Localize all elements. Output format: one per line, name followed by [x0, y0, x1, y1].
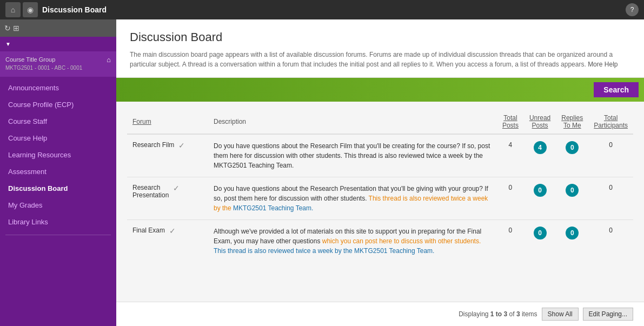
- forum-icon-3: ✓: [169, 227, 176, 235]
- content-header: Discussion Board The main discussion boa…: [116, 19, 644, 78]
- search-button[interactable]: Search: [594, 82, 639, 97]
- sidebar-item-discussion-board[interactable]: Discussion Board: [0, 180, 116, 197]
- forum-table-body: Research Film ✓ Do you have questions ab…: [127, 134, 633, 262]
- forum-icon-2: ✓: [173, 184, 180, 192]
- forum-desc-text-3c: This thread is also reviewed twice a wee…: [214, 247, 434, 255]
- forum-desc-text-2c: MKTG2501 Teaching Team.: [233, 204, 313, 212]
- forum-link-research-film[interactable]: Research Film: [132, 141, 174, 149]
- replies-badge-2: 0: [566, 184, 579, 197]
- forum-desc-1: Do you have questions about the Research…: [208, 134, 497, 177]
- col-unread-posts: UnreadPosts: [524, 110, 556, 134]
- top-bar-title: Discussion Board: [42, 5, 621, 14]
- pagination-bar: Displaying 1 to 3 of 3 items Show All Ed…: [116, 302, 644, 326]
- help-icon[interactable]: ?: [626, 3, 639, 16]
- sidebar-top: ↻ ⊞: [0, 19, 116, 37]
- total-participants-sort-link[interactable]: TotalParticipants: [594, 114, 628, 129]
- edit-paging-button[interactable]: Edit Paging...: [583, 308, 633, 321]
- show-all-button[interactable]: Show All: [542, 308, 579, 321]
- unread-posts-sort-link[interactable]: UnreadPosts: [529, 114, 550, 129]
- replies-badge-1: 0: [566, 141, 579, 154]
- table-header-row: Forum Description TotalPosts UnreadPosts…: [127, 110, 633, 134]
- forum-desc-3: Although we've provided a lot of materia…: [208, 220, 497, 263]
- sidebar-course-info: ⌂ Course Title Group MKTG2501 - 0001 - A…: [0, 51, 116, 77]
- course-name: Course Title Group MKTG2501 - 0001 - ABC…: [5, 56, 111, 72]
- sidebar-item-course-profile[interactable]: Course Profile (ECP): [0, 96, 116, 113]
- sidebar-home-icon[interactable]: ⌂: [107, 56, 111, 64]
- replies-to-me-3: 0: [556, 220, 588, 263]
- col-total-posts: TotalPosts: [497, 110, 524, 134]
- total-posts-1: 4: [497, 134, 524, 177]
- refresh-icon[interactable]: ↻: [4, 24, 11, 32]
- sidebar-collapse-toggle[interactable]: ▼: [0, 37, 116, 51]
- sidebar-item-announcements[interactable]: Announcements: [0, 79, 116, 96]
- forum-link-final-exam[interactable]: Final Exam: [132, 227, 165, 234]
- replies-to-me-sort-link[interactable]: RepliesTo Me: [561, 114, 583, 129]
- search-banner: Search: [116, 78, 644, 102]
- sidebar-item-learning-resources[interactable]: Learning Resources: [0, 147, 116, 163]
- content-area: Discussion Board The main discussion boa…: [116, 19, 644, 326]
- unread-badge-2: 0: [534, 184, 547, 197]
- replies-to-me-1: 0: [556, 134, 588, 177]
- col-total-participants: TotalParticipants: [588, 110, 633, 134]
- sidebar-item-course-staff[interactable]: Course Staff: [0, 113, 116, 130]
- circle-icon[interactable]: ◉: [23, 2, 38, 17]
- forum-link-research-presentation[interactable]: ResearchPresentation: [132, 184, 169, 199]
- unread-badge-1: 4: [534, 141, 547, 154]
- sidebar-divider: [5, 235, 111, 235]
- page-title: Discussion Board: [130, 30, 630, 44]
- replies-badge-3: 0: [566, 227, 579, 239]
- total-posts-3: 0: [497, 220, 524, 263]
- forum-table: Forum Description TotalPosts UnreadPosts…: [127, 110, 633, 262]
- unread-badge-3: 0: [534, 227, 547, 239]
- table-row: Research Film ✓ Do you have questions ab…: [127, 134, 633, 177]
- total-posts-sort-link[interactable]: TotalPosts: [502, 114, 519, 129]
- col-forum: Forum: [127, 110, 208, 134]
- unread-posts-3: 0: [524, 220, 556, 263]
- top-bar: ⌂ ◉ Discussion Board ?: [0, 0, 644, 19]
- more-help-link[interactable]: More Help: [588, 61, 618, 68]
- sidebar-item-library-links[interactable]: Library Links: [0, 214, 116, 230]
- forum-sort-link[interactable]: Forum: [132, 118, 151, 125]
- forum-icon-1: ✓: [178, 141, 185, 150]
- total-posts-2: 0: [497, 177, 524, 220]
- col-description: Description: [208, 110, 497, 134]
- total-participants-3: 0: [588, 220, 633, 263]
- forum-name-cell-1: Research Film ✓: [127, 134, 208, 177]
- sidebar-nav: Announcements Course Profile (ECP) Cours…: [0, 77, 116, 242]
- table-row: ResearchPresentation ✓ Do you have quest…: [127, 177, 633, 220]
- table-area: Forum Description TotalPosts UnreadPosts…: [116, 102, 644, 302]
- sidebar-item-assessment[interactable]: Assessment: [0, 163, 116, 180]
- home-icon[interactable]: ⌂: [5, 2, 21, 17]
- table-row: Final Exam ✓ Although we've provided a l…: [127, 220, 633, 263]
- forum-name-cell-2: ResearchPresentation ✓: [127, 177, 208, 220]
- forum-desc-text-1: Do you have questions about the Research…: [214, 142, 490, 169]
- pagination-text: Displaying 1 to 3 of 3 items: [459, 310, 537, 318]
- sidebar: ↻ ⊞ ▼ ⌂ Course Title Group MKTG2501 - 00…: [0, 19, 116, 326]
- grid-icon[interactable]: ⊞: [13, 24, 19, 32]
- col-replies-to-me: RepliesTo Me: [556, 110, 588, 134]
- content-description: The main discussion board page appears w…: [130, 50, 630, 69]
- unread-posts-2: 0: [524, 177, 556, 220]
- top-bar-icons: ⌂ ◉: [5, 2, 38, 17]
- sidebar-top-icons: ↻ ⊞: [4, 24, 19, 32]
- forum-desc-2: Do you have questions about the Research…: [208, 177, 497, 220]
- sidebar-item-course-help[interactable]: Course Help: [0, 130, 116, 147]
- total-participants-2: 0: [588, 177, 633, 220]
- unread-posts-1: 4: [524, 134, 556, 177]
- sidebar-item-my-grades[interactable]: My Grades: [0, 197, 116, 214]
- main-layout: ↻ ⊞ ▼ ⌂ Course Title Group MKTG2501 - 00…: [0, 19, 644, 326]
- arrow-icon: ▼: [5, 41, 11, 47]
- total-participants-1: 0: [588, 134, 633, 177]
- replies-to-me-2: 0: [556, 177, 588, 220]
- description-text: The main discussion board page appears w…: [130, 51, 613, 68]
- forum-name-cell-3: Final Exam ✓: [127, 220, 208, 263]
- forum-desc-text-3b: which you can post here to discuss with …: [322, 237, 481, 245]
